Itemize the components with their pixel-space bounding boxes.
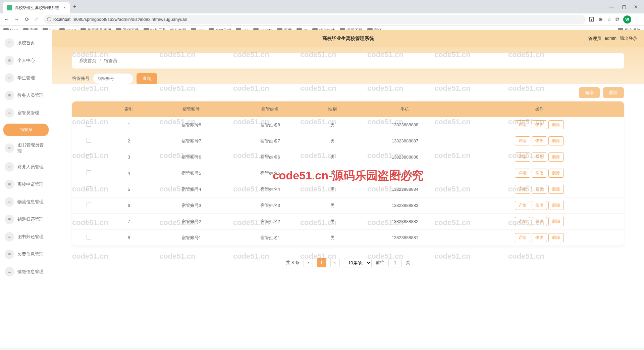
table-row: 2宿管账号7宿管姓名7男13823888887详情修改删除 bbox=[72, 133, 624, 149]
select-all-checkbox[interactable] bbox=[87, 106, 91, 111]
cell-phone: 13823888883 bbox=[356, 198, 455, 214]
sidebar-item[interactable]: ≡钥匙归还管理 bbox=[3, 213, 49, 226]
detail-button[interactable]: 详情 bbox=[515, 185, 530, 194]
sidebar-item[interactable]: ≡离校申请管理 bbox=[3, 178, 49, 191]
delete-button[interactable]: 删除 bbox=[603, 87, 624, 98]
cell-gender: 男 bbox=[310, 214, 356, 230]
table-row: 3宿管账号6宿管姓名6男13823888886详情修改删除 bbox=[72, 149, 624, 165]
tab-favicon-icon bbox=[7, 5, 12, 10]
search-label: 宿管账号 bbox=[72, 76, 90, 82]
edit-button[interactable]: 修改 bbox=[532, 120, 547, 129]
sidebar-item[interactable]: ≡教务人员管理 bbox=[3, 89, 49, 102]
delete-row-button[interactable]: 删除 bbox=[548, 120, 564, 129]
detail-button[interactable]: 详情 bbox=[515, 233, 530, 242]
prev-page-button[interactable]: ‹ bbox=[304, 258, 313, 267]
row-checkbox[interactable] bbox=[87, 154, 91, 159]
delete-row-button[interactable]: 删除 bbox=[548, 217, 564, 226]
edit-button[interactable]: 修改 bbox=[532, 217, 547, 226]
browser-tab[interactable]: 高校毕业生离校管理系统 × bbox=[3, 2, 70, 13]
url-input[interactable]: ⓘ localhost :8080/springboot8s63w/admin/… bbox=[44, 15, 586, 24]
search-button[interactable]: 查询 bbox=[137, 73, 157, 84]
sidebar-item[interactable]: ≡个人中心 bbox=[3, 54, 49, 67]
delete-row-button[interactable]: 删除 bbox=[548, 201, 564, 210]
row-checkbox[interactable] bbox=[87, 122, 91, 127]
detail-button[interactable]: 详情 bbox=[515, 152, 530, 162]
delete-row-button[interactable]: 删除 bbox=[548, 136, 564, 145]
extensions-icon[interactable]: ⧉ bbox=[615, 16, 619, 23]
add-button[interactable]: 新增 bbox=[579, 87, 600, 98]
new-tab-button[interactable]: + bbox=[70, 4, 79, 10]
user-name[interactable]: admin bbox=[605, 36, 616, 42]
row-checkbox[interactable] bbox=[87, 186, 91, 191]
maximize-icon[interactable]: ▢ bbox=[619, 2, 629, 11]
close-window-icon[interactable]: ✕ bbox=[631, 2, 641, 11]
sidebar-item-label: 催缴信息管理 bbox=[17, 269, 44, 275]
sidebar-item[interactable]: ≡图书归还管理 bbox=[3, 230, 49, 244]
sidebar-item[interactable]: ≡系统首页 bbox=[3, 36, 49, 50]
sidebar-item-label: 欠费信息管理 bbox=[17, 251, 44, 257]
minimize-icon[interactable]: — bbox=[607, 2, 616, 11]
logout-link[interactable]: 退出登录 bbox=[620, 36, 637, 42]
address-bar: ← → ⟳ ⌂ ⓘ localhost :8080/springboot8s63… bbox=[0, 13, 644, 26]
detail-button[interactable]: 详情 bbox=[515, 136, 530, 145]
delete-row-button[interactable]: 删除 bbox=[548, 169, 564, 178]
sidebar-item[interactable]: ≡催缴信息管理 bbox=[3, 265, 49, 278]
detail-button[interactable]: 详情 bbox=[515, 201, 530, 210]
site-info-icon[interactable]: ⓘ bbox=[47, 16, 51, 23]
back-icon[interactable]: ← bbox=[3, 16, 10, 23]
menu-icon[interactable]: ⋮ bbox=[635, 16, 641, 23]
table-row: 6宿管账号3宿管姓名3男13823888883详情修改删除 bbox=[72, 198, 624, 214]
row-checkbox[interactable] bbox=[87, 235, 91, 239]
nav-icon: ≡ bbox=[5, 108, 14, 118]
goto-page-input[interactable] bbox=[388, 258, 402, 267]
home-icon[interactable]: ⌂ bbox=[34, 16, 40, 23]
edit-button[interactable]: 修改 bbox=[532, 185, 547, 194]
sidebar-item[interactable]: ≡物流信息管理 bbox=[3, 195, 49, 209]
row-checkbox[interactable] bbox=[87, 203, 91, 207]
delete-row-button[interactable]: 删除 bbox=[548, 185, 564, 194]
page-size-select[interactable]: 10条/页 bbox=[344, 258, 372, 267]
reload-icon[interactable]: ⟳ bbox=[23, 16, 30, 23]
sidebar-item-label: 教务人员管理 bbox=[17, 92, 44, 98]
detail-button[interactable]: 详情 bbox=[515, 169, 530, 178]
page-number-button[interactable]: 1 bbox=[317, 258, 326, 267]
profile-avatar[interactable]: W bbox=[623, 15, 631, 24]
sidebar-item[interactable]: ≡宿管员管理 bbox=[3, 106, 49, 120]
breadcrumb: 系统首页 / 宿管员 bbox=[72, 53, 624, 69]
edit-button[interactable]: 修改 bbox=[532, 233, 547, 242]
cell-name: 宿管姓名3 bbox=[231, 198, 310, 214]
cell-ops: 详情修改删除 bbox=[454, 198, 624, 214]
translate-icon[interactable]: ⊕ bbox=[598, 16, 603, 23]
row-checkbox[interactable] bbox=[87, 219, 91, 223]
pagination-total: 共 8 条 bbox=[286, 260, 299, 266]
edit-button[interactable]: 修改 bbox=[532, 201, 547, 210]
cell-index: 4 bbox=[106, 165, 152, 181]
forward-icon[interactable]: → bbox=[13, 16, 20, 23]
tab-close-icon[interactable]: × bbox=[63, 5, 66, 10]
edit-button[interactable]: 修改 bbox=[532, 169, 547, 178]
sidebar-submenu-item[interactable]: 宿管员 bbox=[3, 124, 49, 136]
edit-button[interactable]: 修改 bbox=[532, 136, 547, 145]
key-icon[interactable]: ⚿ bbox=[589, 16, 594, 23]
row-checkbox[interactable] bbox=[87, 138, 91, 143]
sidebar-item-label: 个人中心 bbox=[17, 57, 35, 63]
sidebar-item[interactable]: ≡欠费信息管理 bbox=[3, 248, 49, 261]
breadcrumb-home[interactable]: 系统首页 bbox=[79, 58, 96, 63]
address-bar-actions: ⚿ ⊕ ☆ ⧉ W ⋮ bbox=[589, 15, 641, 24]
sidebar-item[interactable]: ≡图书管理员管理 bbox=[3, 140, 49, 156]
edit-button[interactable]: 修改 bbox=[532, 152, 547, 162]
delete-row-button[interactable]: 删除 bbox=[548, 233, 564, 242]
sidebar-item[interactable]: ≡财务人员管理 bbox=[3, 160, 49, 174]
search-input[interactable] bbox=[93, 73, 133, 84]
next-page-button[interactable]: › bbox=[330, 258, 340, 267]
nav-icon: ≡ bbox=[5, 197, 14, 207]
delete-row-button[interactable]: 删除 bbox=[548, 152, 564, 162]
bookmark-star-icon[interactable]: ☆ bbox=[607, 16, 611, 23]
table-row: 5宿管账号4宿管姓名4男13823888884详情修改删除 bbox=[72, 181, 624, 198]
breadcrumb-current: 宿管员 bbox=[104, 58, 117, 63]
row-checkbox[interactable] bbox=[87, 170, 91, 175]
cell-ops: 详情修改删除 bbox=[454, 165, 624, 181]
detail-button[interactable]: 详情 bbox=[515, 217, 530, 226]
detail-button[interactable]: 详情 bbox=[515, 120, 530, 129]
sidebar-item[interactable]: ≡学生管理 bbox=[3, 71, 49, 85]
